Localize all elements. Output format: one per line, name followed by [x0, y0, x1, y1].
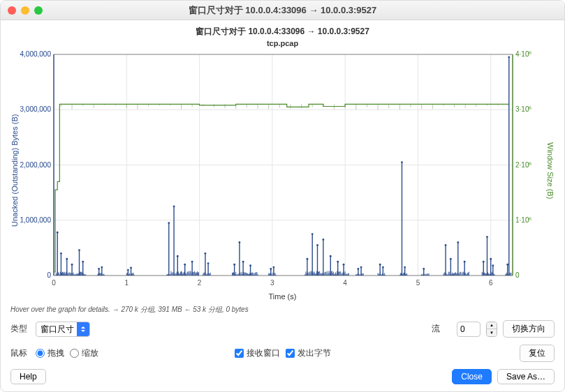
mouse-zoom-label: 缩放: [82, 347, 98, 359]
chart-area[interactable]: Unacked (Outstanding) Bytes (B) 001,000,…: [10, 50, 555, 291]
traffic-lights: [8, 6, 43, 15]
svg-text:1·10⁶: 1·10⁶: [515, 216, 531, 224]
svg-point-355: [330, 255, 332, 257]
svg-point-153: [127, 269, 129, 271]
svg-text:2,000,000: 2,000,000: [20, 161, 52, 169]
svg-point-485: [490, 258, 492, 260]
svg-point-457: [450, 258, 452, 260]
svg-point-374: [360, 266, 362, 269]
type-select[interactable]: 窗口尺寸: [36, 322, 90, 337]
svg-point-265: [239, 241, 241, 243]
svg-point-459: [457, 241, 459, 243]
svg-text:0: 0: [515, 271, 520, 279]
svg-point-417: [423, 268, 425, 270]
svg-text:3·10⁶: 3·10⁶: [515, 105, 531, 113]
hover-hint: Hover over the graph for details. → 270 …: [10, 305, 555, 315]
svg-point-353: [322, 239, 324, 241]
svg-point-204: [173, 206, 175, 208]
save-as-button[interactable]: Save As…: [497, 369, 555, 384]
svg-point-267: [242, 261, 244, 263]
footer: Help Close Save As…: [10, 369, 555, 384]
svg-point-122: [71, 264, 73, 266]
svg-point-402: [401, 161, 403, 163]
svg-point-387: [379, 264, 381, 266]
window-title: 窗口尺寸对于 10.0.0.4:33096 → 10.0.0.3:9527: [1, 4, 564, 17]
svg-point-124: [78, 249, 80, 251]
recv-window-label: 接收窗口: [247, 347, 280, 359]
svg-point-282: [270, 268, 272, 270]
svg-point-269: [249, 264, 251, 266]
close-button[interactable]: Close: [452, 369, 492, 384]
svg-point-263: [233, 264, 235, 266]
svg-point-223: [205, 252, 207, 255]
svg-point-487: [492, 264, 494, 266]
svg-text:1,000,000: 1,000,000: [20, 216, 52, 224]
y-axis-right-label: Window Size (B): [546, 50, 555, 291]
svg-point-120: [66, 258, 68, 260]
type-label: 类型: [10, 323, 30, 335]
titlebar[interactable]: 窗口尺寸对于 10.0.0.4:33096 → 10.0.0.3:9527: [1, 1, 564, 20]
mouse-zoom-input[interactable]: [70, 349, 79, 358]
svg-point-206: [177, 255, 179, 257]
svg-point-140: [101, 266, 103, 269]
app-window: 窗口尺寸对于 10.0.0.4:33096 → 10.0.0.3:9527 窗口…: [0, 0, 565, 392]
svg-text:3: 3: [270, 279, 274, 287]
svg-point-455: [445, 244, 447, 246]
mouse-drag-input[interactable]: [36, 349, 45, 358]
svg-point-500: [508, 56, 510, 59]
plot-canvas[interactable]: 001,000,0001·10⁶2,000,0002·10⁶3,000,0003…: [19, 50, 546, 291]
flow-step-down[interactable]: ▼: [487, 329, 497, 336]
flow-input[interactable]: [457, 322, 480, 337]
switch-direction-button[interactable]: 切换方向: [503, 320, 555, 338]
svg-point-155: [130, 267, 132, 269]
svg-point-118: [60, 252, 62, 255]
zoom-window-icon[interactable]: [34, 6, 43, 15]
sent-bytes-check[interactable]: 发出字节: [286, 347, 331, 359]
svg-text:4: 4: [343, 279, 347, 287]
chart-title: 窗口尺寸对于 10.0.0.4:33096 → 10.0.0.3:9527: [10, 26, 555, 38]
x-axis-label: Time (s): [10, 292, 555, 301]
sent-bytes-input[interactable]: [286, 349, 295, 358]
close-window-icon[interactable]: [8, 6, 16, 15]
mouse-zoom-radio[interactable]: 缩放: [70, 347, 98, 359]
svg-point-126: [82, 261, 84, 263]
mouse-drag-radio[interactable]: 拖拽: [36, 347, 64, 359]
svg-point-116: [57, 232, 59, 234]
svg-point-498: [506, 264, 508, 266]
mouse-label: 鼠标: [10, 347, 30, 359]
svg-point-404: [404, 266, 406, 269]
svg-text:6: 6: [489, 279, 493, 287]
svg-text:2: 2: [198, 279, 202, 287]
svg-point-461: [464, 261, 466, 263]
svg-point-208: [184, 264, 186, 266]
recv-window-check[interactable]: 接收窗口: [235, 347, 280, 359]
svg-point-138: [98, 268, 100, 270]
svg-point-357: [337, 261, 339, 263]
controls: 类型 窗口尺寸 流 ▲ ▼ 切换方向: [10, 320, 555, 362]
svg-point-284: [273, 266, 275, 269]
svg-point-372: [358, 268, 360, 270]
recv-window-input[interactable]: [235, 349, 244, 358]
svg-text:1: 1: [125, 279, 129, 287]
svg-text:0: 0: [47, 271, 51, 279]
svg-point-347: [307, 258, 309, 260]
flow-step-up[interactable]: ▲: [487, 322, 497, 329]
svg-point-483: [486, 236, 488, 238]
help-button[interactable]: Help: [10, 369, 46, 384]
svg-text:4,000,000: 4,000,000: [20, 50, 52, 58]
flow-label: 流: [432, 323, 451, 335]
content-area: 窗口尺寸对于 10.0.0.4:33096 → 10.0.0.3:9527 tc…: [1, 20, 564, 391]
svg-text:2·10⁶: 2·10⁶: [515, 161, 531, 169]
svg-text:5: 5: [416, 279, 420, 287]
svg-point-481: [483, 261, 485, 263]
svg-point-210: [191, 261, 193, 263]
svg-point-202: [168, 222, 170, 224]
minimize-window-icon[interactable]: [21, 6, 29, 15]
y-axis-left-label: Unacked (Outstanding) Bytes (B): [10, 50, 19, 291]
sent-bytes-label: 发出字节: [298, 347, 331, 359]
svg-text:4·10⁶: 4·10⁶: [515, 50, 531, 58]
reset-button[interactable]: 复位: [520, 345, 555, 362]
svg-point-225: [207, 262, 210, 264]
chart-subtitle: tcp.pcap: [10, 39, 555, 47]
svg-text:0: 0: [52, 279, 56, 287]
